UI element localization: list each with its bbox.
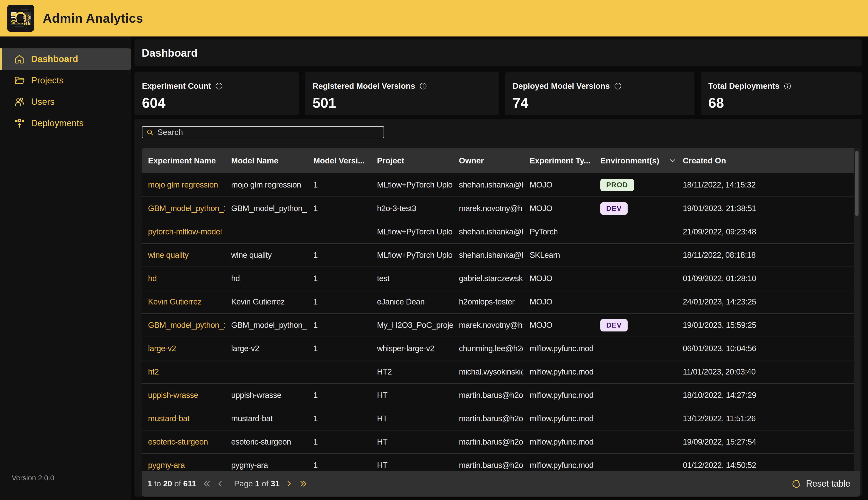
stat-card-label: Deployed Model Versions	[513, 81, 610, 91]
cell-experiment-name[interactable]: pytorch-mlflow-model	[142, 227, 225, 236]
cell-owner: shehan.ishanka@h2o.ai	[453, 180, 523, 190]
column-header-label: Project	[377, 156, 404, 166]
cell-model-version: 1	[307, 437, 371, 446]
cell-experiment-name[interactable]: mustard-bat	[142, 414, 225, 423]
cell-experiment-type: mlflow.pyfunc.model	[523, 437, 594, 446]
cell-experiment-name[interactable]: wine quality	[142, 250, 225, 260]
column-header[interactable]: Model Name	[225, 156, 307, 166]
table-row[interactable]: esoteric-sturgeonesoteric-sturgeon1HTmar…	[142, 430, 860, 453]
cell-experiment-name[interactable]: ht2	[142, 367, 225, 376]
scrollbar-thumb[interactable]	[855, 151, 858, 216]
cell-owner: martin.barus@h2o.ai	[453, 414, 523, 423]
cell-experiment-name[interactable]: pygmy-ara	[142, 461, 225, 470]
reset-icon	[792, 479, 801, 488]
table-body: mojo glm regressionmojo glm regression1M…	[142, 173, 860, 471]
cell-model-version: 1	[307, 320, 371, 330]
column-header[interactable]: Environment(s)	[594, 156, 676, 166]
table-row[interactable]: large-v2large-v21whisper-large-v2chunmin…	[142, 337, 860, 360]
cell-owner: marek.novotny@h2o.ai	[453, 204, 523, 213]
sidebar-item-dashboard[interactable]: Dashboard	[0, 48, 131, 70]
cell-experiment-name[interactable]: GBM_model_python_16747	[142, 204, 225, 213]
table-row[interactable]: wine qualitywine quality1MLflow+PyTorch …	[142, 243, 860, 266]
column-header-label: Experiment Name	[148, 156, 216, 166]
cell-owner: martin.barus@h2o.ai	[453, 461, 523, 470]
stat-card: Deployed Model Versions74	[505, 72, 694, 115]
column-header[interactable]: Experiment Name	[142, 156, 225, 166]
column-header-label: Owner	[459, 156, 484, 166]
cell-experiment-type: MOJO	[523, 297, 594, 306]
cell-project: My_H2O3_PoC_project	[371, 320, 453, 330]
cell-experiment-name[interactable]: uppish-wrasse	[142, 390, 225, 400]
table-row[interactable]: GBM_model_python_16747GBM_model_python_1…	[142, 196, 860, 220]
reset-table-button[interactable]: Reset table	[792, 479, 854, 489]
table-row[interactable]: Kevin GutierrezKevin Gutierrez1eJanice D…	[142, 290, 860, 313]
column-header-label: Experiment Ty...	[530, 156, 590, 166]
sidebar-item-label: Projects	[31, 76, 64, 86]
column-header[interactable]: Owner	[453, 156, 523, 166]
cell-project: test	[371, 274, 453, 283]
info-icon	[215, 82, 223, 90]
first-page-button[interactable]	[202, 480, 211, 488]
table-row[interactable]: mustard-batmustard-bat1HTmartin.barus@h2…	[142, 407, 860, 430]
stat-card-label: Total Deployments	[708, 81, 779, 91]
table-row[interactable]: mojo glm regressionmojo glm regression1M…	[142, 173, 860, 196]
home-icon	[14, 54, 25, 65]
stat-card: Registered Model Versions501	[305, 72, 499, 115]
stat-card: Total Deployments68	[701, 72, 862, 115]
cell-model-name: GBM_model_python_16747	[225, 320, 307, 330]
cell-project: MLflow+PyTorch Upload	[371, 250, 453, 260]
cell-project: HT	[371, 461, 453, 470]
cell-owner: shehan.ishanka@h2o.ai	[453, 250, 523, 260]
stat-card-value: 501	[313, 94, 491, 111]
table-pagination-bar: 1 to 20 of 611 Page 1 of 31	[142, 471, 860, 497]
cell-experiment-name[interactable]: esoteric-sturgeon	[142, 437, 225, 446]
app-title: Admin Analytics	[43, 11, 143, 25]
sidebar-item-users[interactable]: Users	[0, 91, 131, 113]
stat-card-value: 68	[708, 94, 854, 111]
table-row[interactable]: GBM_model_python_16747GBM_model_python_1…	[142, 313, 860, 337]
cell-project: whisper-large-v2	[371, 344, 453, 353]
sidebar-item-deployments[interactable]: Deployments	[0, 113, 131, 134]
column-header[interactable]: Created On	[676, 156, 860, 166]
cell-experiment-name[interactable]: large-v2	[142, 344, 225, 353]
cell-owner: marek.novotny@h2o.ai	[453, 320, 523, 330]
stat-card-label: Experiment Count	[142, 81, 211, 91]
info-icon	[419, 82, 427, 90]
sidebar-item-projects[interactable]: Projects	[0, 70, 131, 91]
info-icon	[614, 82, 622, 90]
cell-experiment-name[interactable]: GBM_model_python_16747	[142, 320, 225, 330]
cell-model-name: large-v2	[225, 344, 307, 353]
cell-model-name: Kevin Gutierrez	[225, 297, 307, 306]
cell-owner: gabriel.starczewski@h2o.ai	[453, 274, 523, 283]
cell-experiment-type: MOJO	[523, 180, 594, 190]
table-scrollbar[interactable]	[854, 148, 860, 471]
users-icon	[14, 96, 25, 107]
pagination-page-info: Page 1 of 31	[234, 479, 279, 488]
table-row[interactable]: ht2HT2michal.wysokinski@h2o.aimlflow.pyf…	[142, 360, 860, 383]
cell-experiment-name[interactable]: Kevin Gutierrez	[142, 297, 225, 306]
cell-environments: DEV	[594, 202, 676, 215]
cell-model-name: hd	[225, 274, 307, 283]
cell-owner: michal.wysokinski@h2o.ai	[453, 367, 523, 376]
table-row[interactable]: pygmy-arapygmy-ara1HTmartin.barus@h2o.ai…	[142, 453, 860, 471]
cell-project: h2o-3-test3	[371, 204, 453, 213]
column-header[interactable]: Experiment Ty...	[523, 156, 594, 166]
column-header[interactable]: Project	[371, 156, 453, 166]
stat-card-label: Registered Model Versions	[313, 81, 415, 91]
column-header-label: Model Versi...	[313, 156, 364, 166]
table-row[interactable]: pytorch-mlflow-modelMLflow+PyTorch Uploa…	[142, 220, 860, 243]
cell-created-on: 19/01/2023, 15:59:25	[676, 320, 860, 330]
chevron-down-icon[interactable]	[669, 157, 676, 164]
table-row[interactable]: uppish-wrasseuppish-wrasse1HTmartin.baru…	[142, 383, 860, 407]
search-input[interactable]	[158, 128, 371, 137]
cell-experiment-name[interactable]: mojo glm regression	[142, 180, 225, 190]
table-row[interactable]: hdhd1testgabriel.starczewski@h2o.aiMOJO0…	[142, 266, 860, 290]
app-logo	[7, 5, 34, 32]
previous-page-button[interactable]	[216, 480, 224, 488]
cell-experiment-name[interactable]: hd	[142, 274, 225, 283]
last-page-button[interactable]	[300, 480, 308, 488]
cell-created-on: 24/01/2023, 14:23:25	[676, 297, 860, 306]
cell-model-version: 1	[307, 204, 371, 213]
next-page-button[interactable]	[285, 480, 293, 488]
column-header[interactable]: Model Versi...	[307, 156, 371, 166]
